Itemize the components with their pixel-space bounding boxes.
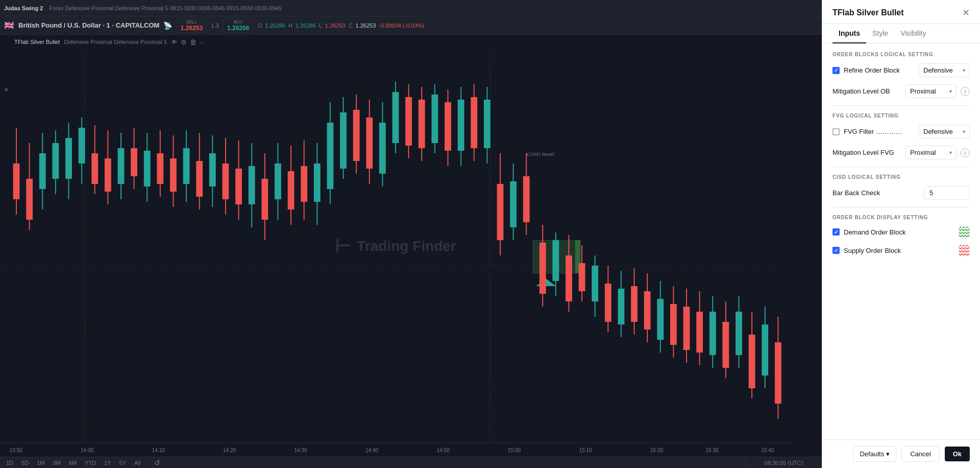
svg-rect-84 xyxy=(510,181,517,227)
top-bar: Judas Swing 2 Forex Defensive Proximal D… xyxy=(0,0,822,16)
indicator-top-subtitle: Forex Defensive Proximal Defensive Proxi… xyxy=(49,5,282,11)
refine-order-block-checkbox[interactable]: ✓ xyxy=(832,67,840,74)
tf-1m[interactable]: 1M xyxy=(35,459,46,466)
supply-color-swatch[interactable] xyxy=(959,245,970,256)
svg-rect-28 xyxy=(144,151,151,186)
fvg-title: FVG LOGICAL SETTING xyxy=(832,113,970,119)
svg-rect-50 xyxy=(288,171,295,209)
svg-rect-62 xyxy=(366,118,373,169)
fvg-filter-dropdown[interactable]: Defensive ▾ xyxy=(919,125,970,138)
indicator-icons: 👁 ⚙ 🗑 ··· xyxy=(171,38,205,46)
svg-rect-66 xyxy=(393,92,399,143)
time-label-1430: 14:30 xyxy=(294,448,307,453)
svg-rect-96 xyxy=(592,266,598,301)
svg-rect-120 xyxy=(749,335,755,388)
defaults-button[interactable]: Defaults ▾ xyxy=(853,446,896,462)
time-label-1500: 15:00 xyxy=(508,448,521,453)
chart-area: Judas Swing 2 Forex Defensive Proximal D… xyxy=(0,0,822,468)
cancel-button[interactable]: Cancel xyxy=(901,446,939,462)
tf-ytd[interactable]: YTD xyxy=(83,459,98,466)
svg-rect-118 xyxy=(736,312,742,355)
panel-title: TFlab Silver Bullet xyxy=(832,8,904,17)
mitigation-level-ob-row: Mitigation Level OB Proximal ▾ i xyxy=(832,84,970,98)
refine-order-block-label: ✓ Refine Order Block xyxy=(832,66,900,74)
svg-rect-52 xyxy=(301,166,307,202)
svg-rect-80 xyxy=(484,100,491,148)
instrument-flag: 🇬🇧 xyxy=(4,20,14,30)
time-label-1450: 14:50 xyxy=(436,448,449,453)
instrument-name: British Pound / U.S. Dollar · 1 · CAPITA… xyxy=(18,21,159,29)
close-button[interactable]: ✕ xyxy=(962,8,970,17)
svg-rect-102 xyxy=(631,286,638,322)
svg-text:CISD level: CISD level xyxy=(526,152,554,157)
svg-rect-64 xyxy=(379,123,386,174)
time-label-1420: 14:20 xyxy=(223,448,236,453)
time-label-1520: 15:20 xyxy=(650,448,663,453)
right-panel: TFlab Silver Bullet ✕ Inputs Style Visib… xyxy=(822,0,980,468)
refine-order-block-row: ✓ Refine Order Block Defensive ▾ xyxy=(832,63,970,77)
refine-order-block-dropdown[interactable]: Defensive ▾ xyxy=(919,63,970,77)
tf-5d[interactable]: 5D xyxy=(19,459,31,466)
buy-price-value: 1.26266 xyxy=(227,25,249,32)
buy-price-tag[interactable]: BUY 1.26266 xyxy=(223,18,254,33)
panel-tabs: Inputs Style Visibility xyxy=(822,24,980,43)
ob-display-title: ORDER BLOCK DISPLAY SETTING xyxy=(832,215,970,220)
svg-rect-70 xyxy=(419,100,425,148)
mitigation-ob-info-icon[interactable]: i xyxy=(961,87,970,96)
svg-rect-106 xyxy=(657,299,664,340)
panel-footer: Defaults ▾ Cancel Ok xyxy=(822,439,980,468)
demand-order-block-row: ✓ Demand Order Block xyxy=(832,226,970,238)
sell-price-tag[interactable]: SELL 1.26253 xyxy=(176,18,207,33)
tf-1y[interactable]: 1Y xyxy=(102,459,113,466)
ok-button[interactable]: Ok xyxy=(945,447,970,461)
tab-visibility[interactable]: Visibility xyxy=(894,24,932,43)
svg-rect-110 xyxy=(683,307,690,350)
tf-1d[interactable]: 1D xyxy=(4,459,15,466)
svg-rect-38 xyxy=(209,153,216,186)
supply-order-block-label: ✓ Supply Order Block xyxy=(832,247,901,254)
fvg-filter-label: FVG Filter ………… xyxy=(832,128,902,135)
svg-rect-58 xyxy=(340,112,347,169)
bar-back-check-input[interactable] xyxy=(924,186,970,200)
svg-rect-94 xyxy=(579,263,585,291)
tf-all[interactable]: All xyxy=(132,459,142,466)
demand-order-block-checkbox[interactable]: ✓ xyxy=(832,228,840,236)
svg-rect-88 xyxy=(540,243,546,294)
tab-style[interactable]: Style xyxy=(866,24,894,43)
svg-rect-32 xyxy=(170,158,177,192)
tab-inputs[interactable]: Inputs xyxy=(832,24,866,43)
supply-order-block-checkbox[interactable]: ✓ xyxy=(832,247,840,254)
trash-icon[interactable]: 🗑 xyxy=(190,38,197,46)
svg-rect-56 xyxy=(327,123,333,189)
tf-6m[interactable]: 6M xyxy=(67,459,79,466)
cisd-title: CISD LOGICAL SETTING xyxy=(832,174,970,180)
fvg-filter-checkbox[interactable] xyxy=(832,128,840,135)
collapse-arrow[interactable]: ∧ xyxy=(4,86,9,93)
svg-rect-78 xyxy=(471,97,477,148)
tf-3m[interactable]: 3M xyxy=(51,459,62,466)
indicator-top-title: Judas Swing 2 xyxy=(4,5,43,11)
svg-rect-34 xyxy=(183,148,190,184)
ohlc-h: 1.26286 xyxy=(296,22,316,29)
cisd-section: CISD LOGICAL SETTING Bar Back Check xyxy=(832,174,970,200)
mitigation-level-fvg-dropdown[interactable]: Proximal ▾ xyxy=(905,146,957,159)
panel-content: ORDER BLOCKS LOGICAL SETTING ✓ Refine Or… xyxy=(822,43,980,439)
time-label-1440: 14:40 xyxy=(365,448,378,453)
tf-5y[interactable]: 5Y xyxy=(117,459,128,466)
order-blocks-section: ORDER BLOCKS LOGICAL SETTING ✓ Refine Or… xyxy=(832,52,970,98)
ohlc-change: -0.00034 (-0.03%) xyxy=(379,22,424,29)
time-label-1410: 14:10 xyxy=(152,448,164,453)
dropdown-arrow-fvg: ▾ xyxy=(963,129,965,134)
more-icon[interactable]: ··· xyxy=(200,38,205,46)
eye-icon[interactable]: 👁 xyxy=(171,38,178,46)
svg-rect-112 xyxy=(696,312,703,353)
ohlc-l: 1.26253 xyxy=(325,22,346,29)
demand-color-swatch[interactable] xyxy=(959,226,970,238)
settings-icon[interactable]: ⚙ xyxy=(181,38,187,46)
mitigation-level-ob-dropdown[interactable]: Proximal ▾ xyxy=(905,84,957,98)
bar-back-check-row: Bar Back Check xyxy=(832,186,970,200)
replay-icon[interactable]: ↺ xyxy=(154,459,160,467)
mitigation-fvg-info-icon[interactable]: i xyxy=(961,148,970,157)
sell-label: SELL xyxy=(186,19,197,25)
svg-rect-24 xyxy=(118,148,125,184)
